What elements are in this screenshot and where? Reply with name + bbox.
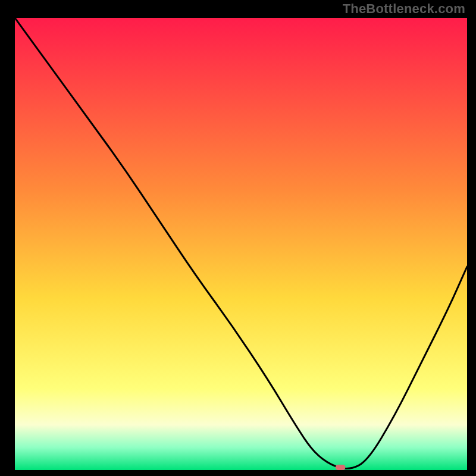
optimal-point-marker	[336, 465, 346, 470]
plot-area	[15, 18, 467, 470]
chart-frame: TheBottleneck.com	[0, 0, 476, 476]
attribution-label: TheBottleneck.com	[343, 1, 465, 17]
gradient-background	[15, 18, 467, 470]
chart-svg	[15, 18, 467, 470]
